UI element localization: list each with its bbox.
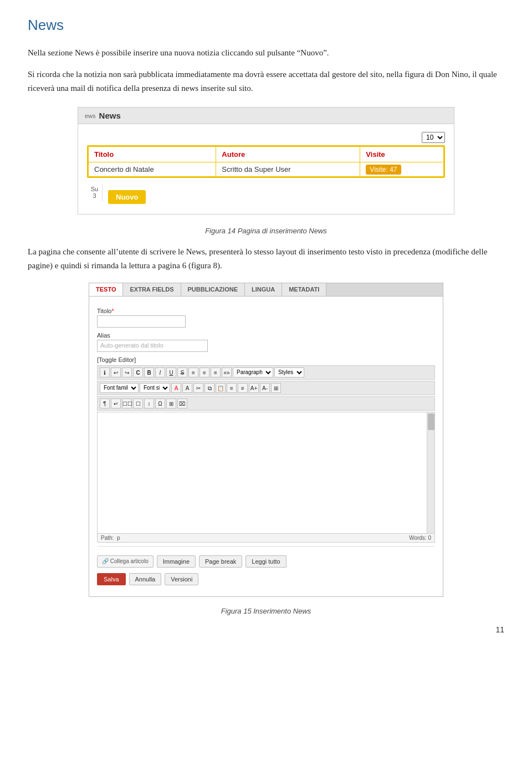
toggle-editor-button[interactable]: [Toggle Editor] — [97, 356, 136, 363]
toolbar-btn-italic[interactable]: I — [155, 367, 165, 377]
toolbar-btn-x[interactable]: ⌧ — [177, 399, 187, 408]
editor-body: Titolo* Alias Auto-generato dal titolo [… — [89, 297, 443, 596]
toolbar-btn-blockquote[interactable]: «» — [222, 367, 232, 377]
styles-select[interactable]: Styles — [274, 367, 304, 377]
leggi-tutto-button[interactable]: Leggi tutto — [245, 555, 286, 568]
nuovo-button[interactable]: Nuovo — [108, 190, 146, 204]
table-header-row: Titolo Autore Visite — [89, 147, 444, 162]
pagination-area: 10 — [87, 132, 445, 143]
tab-extra-fields[interactable]: EXTRA FIELDS — [123, 283, 181, 296]
annulla-button[interactable]: Annulla — [129, 573, 162, 585]
immagine-button[interactable]: Immagine — [157, 555, 196, 568]
visite-badge: Visite: 47 — [366, 165, 401, 175]
intro-paragraph-1: Nella sezione News è possibile inserire … — [28, 46, 504, 60]
toolbar-btn-cut[interactable]: ✂ — [193, 383, 203, 393]
intro-paragraph-2: Si ricorda che la notizia non sarà pubbl… — [28, 68, 504, 95]
titolo-input[interactable] — [97, 315, 186, 328]
page-number: 11 — [28, 625, 504, 634]
body-paragraph-2: La pagina che consente all’utente di scr… — [28, 245, 504, 273]
figure-14-screenshot: ews News 10 Titolo Autore Visite — [78, 107, 454, 214]
link-icon: 🔗 — [102, 558, 109, 564]
table-row: Concerto di Natale Scritto da Super User… — [89, 162, 444, 177]
tab-metadati[interactable]: METADATI — [282, 283, 326, 296]
su-label: Su — [91, 186, 98, 192]
toolbar-btn-expand[interactable]: ↕ — [144, 399, 154, 408]
toolbar-btn-redo[interactable]: ↪ — [122, 367, 132, 377]
footer-buttons-row: 🔗 Collega articolo Immagine Page break L… — [97, 555, 435, 571]
nuovo-btn-area: Nuovo — [103, 183, 151, 207]
editor-area[interactable] — [97, 412, 435, 534]
toolbar-btn-omega[interactable]: Ω — [155, 399, 165, 408]
news-table-wrapper: Titolo Autore Visite Concerto di Natale … — [87, 145, 445, 178]
toolbar-btn-bg-color[interactable]: A — [182, 383, 192, 393]
toolbar-btn-br[interactable]: ↵ — [111, 399, 121, 408]
screenshot-header: ews News — [78, 108, 454, 124]
page-title: News — [28, 17, 504, 34]
screenshot-inner: 10 Titolo Autore Visite Concerto di Nata… — [78, 124, 454, 214]
toolbar-btn-copy[interactable]: ⧉ — [204, 383, 214, 393]
toolbar-btn-align-center[interactable]: ≡ — [200, 367, 209, 377]
screenshot-bottom-row: Su 3 Nuovo — [87, 183, 445, 207]
tab-testo[interactable]: TESTO — [89, 283, 123, 296]
page-break-button[interactable]: Page break — [199, 555, 242, 568]
alias-label: Alias — [97, 332, 435, 339]
toolbar-btn-ul[interactable]: ≡ — [238, 383, 248, 393]
toolbar-btn-underline[interactable]: U — [166, 367, 176, 377]
sidebar-indicator: ews — [85, 113, 96, 119]
tab-lingua[interactable]: LINGUA — [245, 283, 282, 296]
editor-tabs: TESTO EXTRA FIELDS PUBBLICAZIONE LINGUA … — [89, 283, 443, 297]
col-titolo: Titolo — [89, 147, 216, 162]
words-label: Words: 0 — [409, 535, 431, 541]
cell-titolo: Concerto di Natale — [89, 162, 216, 177]
toolbar-btn-undo[interactable]: ↩ — [111, 367, 121, 377]
toolbar-btn-align-left[interactable]: ≡ — [188, 367, 198, 377]
screenshot-news-title: News — [99, 111, 121, 120]
toolbar-btn-paste[interactable]: 📋 — [216, 383, 226, 393]
toolbar-btn-bold[interactable]: B — [144, 367, 154, 377]
toolbar-btn-grid[interactable]: ⊞ — [166, 399, 176, 408]
salva-button[interactable]: Salva — [97, 573, 126, 585]
font-size-select[interactable]: Font size — [140, 383, 170, 393]
toolbar-btn-c[interactable]: C — [133, 367, 143, 377]
toolbar-btn-decrease[interactable]: A- — [260, 383, 270, 393]
toolbar-btn-info[interactable]: ℹ — [100, 367, 110, 377]
path-label: Path: p — [101, 535, 120, 541]
action-buttons-row: Salva Annulla Versioni — [97, 573, 435, 590]
pagination-select[interactable]: 10 — [422, 132, 445, 143]
toolbar-btn-font-color[interactable]: A — [171, 383, 181, 393]
su-number: 3 — [93, 192, 96, 199]
cell-visite: Visite: 47 — [360, 162, 444, 177]
collega-articolo-button[interactable]: 🔗 Collega articolo — [97, 555, 154, 568]
toolbar-btn-table[interactable]: ⊞ — [271, 383, 281, 393]
versioni-button[interactable]: Versioni — [165, 573, 198, 585]
toolbar-btn-align-right[interactable]: ≡ — [211, 367, 221, 377]
news-table: Titolo Autore Visite Concerto di Natale … — [88, 146, 444, 177]
editor-scrollbar[interactable] — [427, 412, 434, 533]
figure-15-screenshot: TESTO EXTRA FIELDS PUBBLICAZIONE LINGUA … — [89, 283, 443, 597]
titolo-label: Titolo* — [97, 308, 435, 314]
toolbar-btn-multi2[interactable]: ☐ — [133, 399, 143, 408]
toolbar-row-2: Font family Font size A A ✂ ⧉ 📋 ≡ ≡ A+ A… — [97, 381, 435, 395]
font-family-select[interactable]: Font family — [100, 383, 139, 393]
col-autore: Autore — [216, 147, 360, 162]
editor-footer-section: 🔗 Collega articolo Immagine Page break L… — [97, 546, 435, 590]
scrollbar-thumb — [428, 413, 434, 430]
toolbar-btn-ol[interactable]: ≡ — [227, 383, 237, 393]
cell-autore: Scritto da Super User — [216, 162, 360, 177]
editor-statusbar: Path: p Words: 0 — [97, 534, 435, 543]
titolo-required: * — [112, 308, 114, 314]
toolbar-row-3: ¶ ↵ ☐☐ ☐ ↕ Ω ⊞ ⌧ — [97, 396, 435, 411]
tab-pubblicazione[interactable]: PUBBLICAZIONE — [181, 283, 245, 296]
figure-15-caption: Figura 15 Inserimento News — [28, 607, 504, 615]
paragraph-select[interactable]: Paragraph — [233, 367, 273, 377]
toolbar-btn-multi1[interactable]: ☐☐ — [122, 399, 132, 408]
figure-14-caption: Figura 14 Pagina di inserimento News — [28, 227, 504, 235]
col-visite: Visite — [360, 147, 444, 162]
toolbar-row-1: ℹ ↩ ↪ C B I U S ≡ ≡ ≡ «» Paragraph Style… — [97, 365, 435, 380]
alias-input[interactable]: Auto-generato dal titolo — [97, 340, 208, 352]
toolbar-btn-para[interactable]: ¶ — [100, 399, 110, 408]
sidebar-info-block: Su 3 — [87, 183, 103, 201]
toolbar-btn-increase[interactable]: A+ — [249, 383, 259, 393]
toolbar-btn-strikethrough[interactable]: S — [177, 367, 187, 377]
